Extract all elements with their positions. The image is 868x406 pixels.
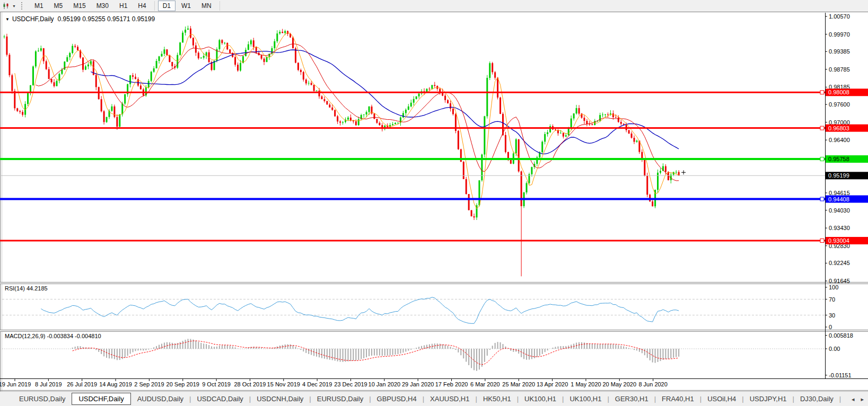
level-anchor-handle[interactable] [820, 197, 824, 201]
date-label: 9 Oct 2019 [202, 381, 231, 387]
candles-layer [4, 25, 680, 276]
tab-ger30-h1[interactable]: GER30,H1 [610, 393, 654, 405]
chart-window: 1.005700.999700.993850.987850.981850.976… [0, 12, 868, 391]
chart-symbol-label: USDCHF,Daily [12, 15, 54, 23]
toolbar: ▼ M1M5M15M30H1H4D1W1MN [0, 0, 868, 12]
price-tick-label: 0.93430 [829, 225, 850, 231]
tab-usdjpy-h1[interactable]: USDJPY,H1 [744, 393, 792, 405]
tab-uk100-h1[interactable]: UK100,H1 [564, 393, 607, 405]
time-axis[interactable]: 19 Jun 20198 Jul 201926 Jul 201914 Aug 2… [0, 379, 668, 387]
chart-mode-dropdown-caret[interactable]: ▼ [12, 4, 16, 8]
timeframe-button-W1[interactable]: W1 [177, 1, 196, 11]
timeframe-button-M30[interactable]: M30 [92, 1, 113, 11]
bid-cross-marker [681, 170, 686, 174]
tab-eurusd-daily[interactable]: EURUSD,Daily [312, 393, 369, 405]
macd-indicator-label: MACD(12,26,9) -0.003834 -0.004810 [5, 333, 101, 339]
date-label: 19 Jun 2019 [0, 381, 31, 387]
tab-audusd-daily[interactable]: AUDUSD,Daily [132, 393, 189, 405]
date-label: 28 Oct 2019 [234, 381, 266, 387]
price-level-badge-label: 0.96803 [828, 125, 849, 131]
tab-dj30-daily[interactable]: DJ30,Daily [795, 393, 839, 405]
price-tick-label: 0.94615 [829, 190, 850, 196]
price-tick-label: 0.91645 [829, 278, 850, 284]
tab-separator: | [517, 395, 519, 403]
macd-scale-label: 0.00 [829, 346, 840, 352]
tab-hk50-h1[interactable]: HK50,H1 [478, 393, 516, 405]
chart-ohlc-values: 0.95199 0.95255 0.95171 0.95199 [58, 15, 155, 23]
date-label: 8 Jul 2019 [35, 381, 62, 387]
level-anchor-handle[interactable] [820, 239, 824, 243]
date-label: 4 Dec 2019 [302, 381, 332, 387]
date-label: 14 Aug 2019 [99, 381, 132, 387]
date-label: 1 May 2020 [571, 381, 601, 387]
date-label: 23 Dec 2019 [334, 381, 367, 387]
tab-separator: | [476, 395, 477, 403]
macd-signal-line [73, 341, 679, 365]
ma-line-13 [36, 44, 679, 181]
tab-separator: | [309, 395, 311, 403]
tab-separator: | [742, 395, 743, 403]
tab-separator: | [839, 395, 841, 403]
date-label: 20 May 2020 [602, 381, 636, 387]
ma-line-34 [91, 50, 679, 154]
tabs-scroll-left-icon[interactable]: ◂ [852, 396, 855, 402]
date-label: 26 Jul 2019 [67, 381, 97, 387]
tab-gbpusd-h4[interactable]: GBPUSD,H4 [372, 393, 422, 405]
tab-usoil-h4[interactable]: USOil,H4 [702, 393, 741, 405]
rsi-line [41, 297, 679, 324]
tab-usdcnh-daily[interactable]: USDCNH,Daily [251, 393, 309, 405]
macd-scale-label: -0.01151 [829, 372, 852, 378]
level-anchor-handle[interactable] [820, 157, 824, 161]
rsi-scale-label: 30 [829, 312, 835, 319]
price-chart-canvas[interactable]: 1.005700.999700.993850.987850.981850.976… [0, 12, 868, 391]
chart-mode-icon[interactable] [2, 2, 11, 10]
level-anchor-handle[interactable] [820, 126, 824, 130]
tab-eurusd-daily[interactable]: EURUSD,Daily [14, 393, 71, 405]
rsi-scale-label: 0 [829, 324, 832, 330]
timeframe-button-M15[interactable]: M15 [68, 1, 90, 11]
symbol-caret-icon[interactable]: ▼ [5, 17, 10, 22]
date-label: 25 Mar 2020 [502, 381, 535, 387]
chart-tabs: EURUSD,DailyUSDCHF,DailyAUDUSD,Daily|USD… [14, 393, 841, 405]
timeframe-button-H4[interactable]: H4 [133, 1, 151, 11]
tab-separator: | [423, 395, 424, 403]
date-label: 6 Mar 2020 [470, 381, 500, 387]
tabs-scroll-right-icon[interactable]: ▸ [861, 396, 864, 402]
timeframe-button-M1[interactable]: M1 [30, 1, 48, 11]
tab-fra40-h1[interactable]: FRA40,H1 [656, 393, 699, 405]
price-tick-label: 1.00570 [829, 13, 850, 20]
timeframe-button-H1[interactable]: H1 [115, 1, 132, 11]
price-tick-label: 0.97600 [829, 101, 850, 108]
tab-separator: | [654, 395, 656, 403]
tab-separator: | [249, 395, 251, 403]
price-tick-label: 0.99970 [829, 31, 850, 38]
price-level-badge-label: 0.94408 [828, 196, 849, 202]
tab-separator: | [189, 395, 191, 403]
price-level-badge-label: 0.98008 [828, 89, 849, 95]
price-tick-label: 0.99385 [829, 48, 850, 55]
toolbar-separator [154, 1, 155, 11]
date-label: 8 Jun 2020 [638, 381, 667, 387]
chart-mode-tool: ▼ [0, 2, 17, 10]
price-tick-label: 0.96400 [829, 137, 850, 143]
price-tick-label: 0.98785 [829, 66, 850, 73]
rsi-indicator-label: RSI(14) 44.2185 [5, 285, 48, 292]
timeframe-button-MN[interactable]: MN [197, 1, 216, 11]
tab-usdcad-daily[interactable]: USDCAD,Daily [191, 393, 248, 405]
price-tick-label: 0.92245 [829, 260, 850, 266]
date-label: 20 Sep 2019 [166, 381, 199, 387]
tab-separator: | [700, 395, 702, 403]
timeframe-button-M5[interactable]: M5 [49, 1, 68, 11]
tab-uk100-h1[interactable]: UK100,H1 [519, 393, 562, 405]
timeframe-button-D1[interactable]: D1 [158, 1, 176, 11]
date-label: 13 Apr 2020 [537, 381, 568, 387]
date-label: 29 Jan 2020 [402, 381, 434, 387]
toolbar-grip[interactable] [21, 2, 24, 10]
level-anchor-handle[interactable] [820, 91, 824, 94]
chart-tab-bar: EURUSD,DailyUSDCHF,DailyAUDUSD,Daily|USD… [0, 391, 868, 406]
timeframe-toolbar: M1M5M15M30H1H4D1W1MN [29, 0, 223, 12]
tab-usdchf-daily[interactable]: USDCHF,Daily [72, 393, 130, 405]
tab-xauusd-h1[interactable]: XAUUSD,H1 [425, 393, 475, 405]
date-label: 2 Sep 2019 [134, 381, 164, 387]
price-axis[interactable]: 1.005700.999700.993850.987850.981850.976… [820, 13, 868, 378]
